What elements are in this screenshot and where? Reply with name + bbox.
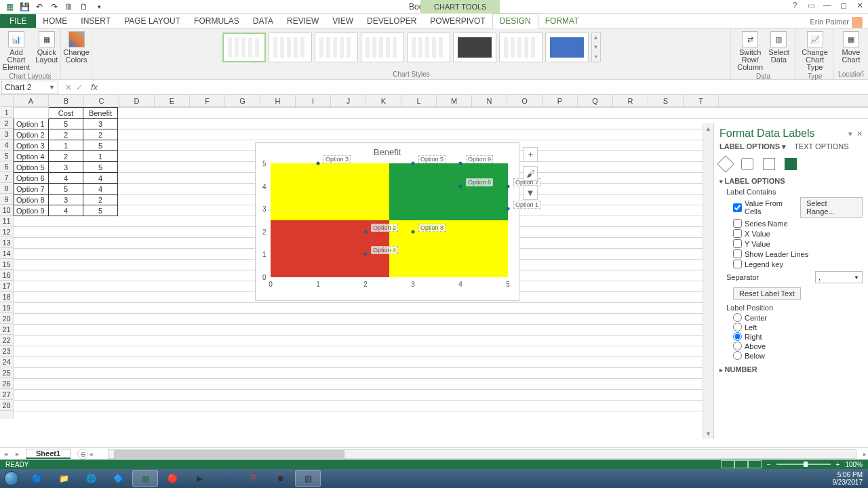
pane-close-icon[interactable]: ✕ bbox=[856, 129, 863, 138]
column-header[interactable]: I bbox=[296, 95, 331, 106]
sheet-nav-prev[interactable]: ◂ bbox=[0, 450, 12, 458]
help-icon[interactable]: ? bbox=[789, 0, 800, 11]
view-page-break-button[interactable] bbox=[748, 460, 762, 468]
view-page-layout-button[interactable] bbox=[734, 460, 748, 468]
row-header[interactable]: 20 bbox=[0, 313, 13, 324]
row-header[interactable]: 12 bbox=[0, 226, 13, 237]
vertical-scrollbar[interactable]: ▲ ▼ bbox=[703, 123, 713, 439]
tab-label-options[interactable]: LABEL OPTIONS ▾ bbox=[719, 142, 786, 150]
row-header[interactable]: 15 bbox=[0, 259, 13, 270]
column-header[interactable]: F bbox=[190, 95, 225, 106]
row-header[interactable]: 22 bbox=[0, 335, 13, 346]
new-icon[interactable]: 🗋 bbox=[79, 1, 90, 12]
change-colors-button[interactable]: Change Colors bbox=[60, 30, 92, 65]
separator-select[interactable]: ,▼ bbox=[815, 271, 863, 283]
tab-format[interactable]: FORMAT bbox=[538, 14, 586, 28]
column-header[interactable]: S bbox=[648, 95, 684, 106]
row-header[interactable]: 13 bbox=[0, 237, 13, 248]
taskbar-app-icon[interactable]: ▶ bbox=[186, 470, 212, 487]
chart-data-point[interactable] bbox=[317, 162, 320, 165]
add-sheet-button[interactable]: ⊕ bbox=[77, 449, 88, 460]
taskbar-excel-icon[interactable]: ▦ bbox=[132, 470, 158, 487]
row-header[interactable]: 26 bbox=[0, 378, 13, 389]
row-header[interactable]: 6 bbox=[0, 161, 13, 172]
zoom-out-button[interactable]: − bbox=[767, 461, 771, 468]
row-header[interactable]: 19 bbox=[0, 302, 13, 313]
chart-style-5[interactable] bbox=[407, 33, 450, 62]
add-chart-element-button[interactable]: 📊Add Chart Element bbox=[0, 30, 33, 73]
chart-data-label[interactable]: Option 6 bbox=[466, 178, 493, 186]
chart-data-point[interactable] bbox=[412, 162, 415, 165]
column-header[interactable]: O bbox=[507, 95, 542, 106]
section-number[interactable]: NUMBER bbox=[719, 365, 863, 373]
maximize-icon[interactable]: ◻ bbox=[838, 0, 849, 11]
embedded-chart[interactable]: Benefit 012345012345Option 1Option 2Opti… bbox=[255, 142, 519, 301]
row-header[interactable]: 4 bbox=[0, 140, 13, 150]
chart-style-4[interactable] bbox=[361, 33, 404, 62]
row-header[interactable]: 9 bbox=[0, 194, 13, 205]
chk-series-name[interactable]: Series Name bbox=[733, 219, 863, 228]
column-header[interactable]: P bbox=[542, 95, 578, 106]
chart-style-2[interactable] bbox=[269, 33, 312, 62]
tab-data[interactable]: DATA bbox=[246, 14, 280, 28]
row-header[interactable]: 23 bbox=[0, 346, 13, 357]
column-header[interactable]: B bbox=[49, 95, 84, 106]
change-chart-type-button[interactable]: 📈Change Chart Type bbox=[799, 30, 831, 73]
row-header[interactable]: 10 bbox=[0, 205, 13, 216]
tab-formulas[interactable]: FORMULAS bbox=[187, 14, 246, 28]
select-range-button[interactable]: Select Range... bbox=[800, 197, 863, 218]
chart-data-label[interactable]: Option 9 bbox=[466, 155, 493, 163]
chk-x-value[interactable]: X Value bbox=[733, 229, 863, 238]
column-header[interactable]: L bbox=[401, 95, 437, 106]
column-header[interactable]: E bbox=[155, 95, 190, 106]
section-label-options[interactable]: LABEL OPTIONS bbox=[719, 177, 863, 185]
fill-line-icon[interactable] bbox=[717, 155, 734, 172]
row-header[interactable]: 2 bbox=[0, 118, 13, 129]
zoom-in-button[interactable]: + bbox=[836, 461, 840, 468]
column-header[interactable]: C bbox=[84, 95, 119, 106]
column-header[interactable]: T bbox=[684, 95, 719, 106]
taskbar-skype-icon[interactable]: 🔷 bbox=[105, 470, 131, 487]
chart-style-1[interactable] bbox=[222, 33, 266, 62]
row-header[interactable]: 8 bbox=[0, 183, 13, 194]
tab-text-options[interactable]: TEXT OPTIONS bbox=[794, 142, 848, 150]
taskbar-word-icon[interactable]: W bbox=[214, 470, 239, 487]
radio-below[interactable]: Below bbox=[733, 351, 863, 360]
chk-value-from-cells[interactable]: Value From Cells bbox=[733, 199, 800, 216]
hscroll-right-icon[interactable]: ▸ bbox=[862, 451, 868, 458]
label-options-icon[interactable] bbox=[785, 158, 797, 170]
column-header[interactable]: D bbox=[119, 95, 155, 106]
undo-icon[interactable]: ↶ bbox=[34, 1, 45, 12]
column-header[interactable]: R bbox=[613, 95, 648, 106]
sheet-nav-next[interactable]: ▸ bbox=[12, 450, 23, 458]
select-all-corner[interactable] bbox=[0, 95, 14, 106]
chart-data-point[interactable] bbox=[412, 230, 415, 233]
taskbar-media-player-icon[interactable]: 🔵 bbox=[24, 470, 50, 487]
chart-style-8[interactable] bbox=[545, 33, 589, 62]
system-tray[interactable]: 5:06 PM9/23/2017 bbox=[833, 471, 869, 486]
collapse-ribbon-icon[interactable]: ˇ bbox=[861, 70, 864, 78]
size-properties-icon[interactable] bbox=[763, 158, 775, 170]
row-header[interactable]: 3 bbox=[0, 129, 13, 140]
row-header[interactable]: 24 bbox=[0, 357, 13, 367]
reset-label-text-button[interactable]: Reset Label Text bbox=[733, 287, 801, 300]
taskbar-app2-icon[interactable]: ▥ bbox=[295, 470, 321, 487]
fx-icon[interactable]: fx bbox=[88, 82, 98, 92]
close-icon[interactable]: ✕ bbox=[854, 0, 865, 11]
switch-row-column-button[interactable]: ⇄Switch Row/ Column bbox=[734, 30, 766, 73]
taskbar-quicken-icon[interactable]: 🔴 bbox=[159, 470, 185, 487]
chart-data-point[interactable] bbox=[364, 230, 368, 233]
zoom-slider[interactable] bbox=[776, 464, 831, 465]
taskbar-explorer-icon[interactable]: 📁 bbox=[51, 470, 77, 487]
chart-data-point[interactable] bbox=[459, 184, 462, 188]
chart-data-label[interactable]: Option 4 bbox=[371, 246, 398, 254]
tab-page-layout[interactable]: PAGE LAYOUT bbox=[117, 14, 187, 28]
chart-data-point[interactable] bbox=[507, 207, 510, 211]
chart-data-label[interactable]: Option 3 bbox=[323, 155, 351, 163]
taskbar-chrome-icon[interactable]: 🌐 bbox=[78, 470, 104, 487]
select-data-button[interactable]: ▥Select Data bbox=[766, 30, 792, 73]
row-header[interactable]: 25 bbox=[0, 367, 13, 378]
row-header[interactable]: 21 bbox=[0, 324, 13, 335]
name-box[interactable]: Chart 2▼ bbox=[1, 81, 58, 94]
column-header[interactable]: M bbox=[437, 95, 472, 106]
